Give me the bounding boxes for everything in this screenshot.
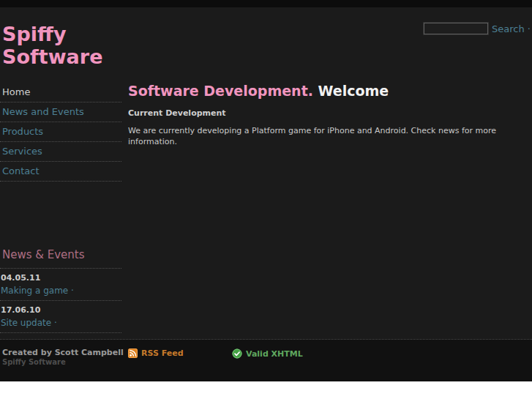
nav-item-services[interactable]: Services [0,142,121,162]
rss-feed-link[interactable]: RSS Feed [128,348,184,358]
footer-site-name: Spiffy Software [2,358,124,366]
footer-created-by: Created by Scott Campbell [2,348,124,357]
news-item: 17.06.10 Site update · [0,301,121,333]
news-item-date: 04.05.11 [1,273,121,283]
sidebar-nav: Home News and Events Products Services C… [0,83,121,182]
news-item: 04.05.11 Making a game · [0,269,121,301]
news-item-link[interactable]: Making a game · [1,286,74,296]
main-content: Software Development. Welcome Current De… [128,83,527,147]
valid-xhtml-link[interactable]: Valid XHTML [232,348,303,359]
news-item-date: 17.06.10 [1,305,121,315]
content-subheading: Current Development [128,108,527,118]
search-input[interactable] [424,23,488,34]
footer: Created by Scott Campbell Spiffy Softwar… [0,339,532,381]
page-title: Software Development. Welcome [128,83,527,99]
logo-line-2: Software [2,45,102,68]
rss-feed-label: RSS Feed [141,348,184,358]
nav-item-contact[interactable]: Contact [0,162,121,182]
news-section: News & Events 04.05.11 Making a game · 1… [0,248,121,333]
checkmark-icon [232,348,242,359]
site-body: Spiffy Software Search · Home News and E… [0,7,532,381]
rss-icon [128,348,138,358]
search-area: Search · [424,23,531,34]
search-submit-link[interactable]: Search · [492,23,531,34]
page-title-accent: Software Development. [128,83,313,99]
nav-item-news-and-events[interactable]: News and Events [0,102,121,122]
news-item-link[interactable]: Site update · [1,318,57,328]
valid-xhtml-label: Valid XHTML [246,349,303,359]
top-bar [0,0,532,7]
nav-item-products[interactable]: Products [0,122,121,142]
page: Spiffy Software Search · Home News and E… [0,0,532,399]
nav-item-home[interactable]: Home [0,83,121,102]
site-logo[interactable]: Spiffy Software [2,23,102,68]
content-paragraph: We are currently developing a Platform g… [128,125,527,147]
logo-line-1: Spiffy [2,23,102,45]
footer-credits: Created by Scott Campbell Spiffy Softwar… [2,348,124,366]
page-title-rest: Welcome [313,83,389,99]
news-section-title: News & Events [0,248,121,269]
